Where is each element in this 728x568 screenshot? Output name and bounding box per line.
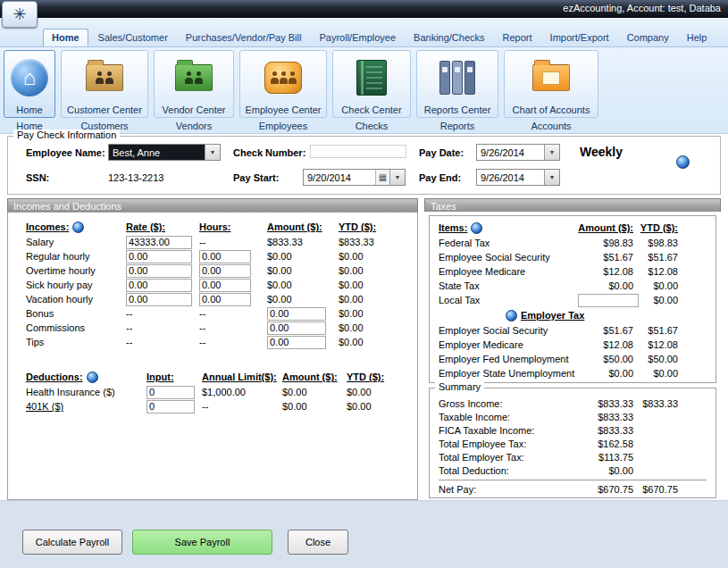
incomes-panel-body: Incomes: Rate ($): Hours: Amount ($): YT… [7,212,418,500]
summary-row-total-employee-tax: Total Employee Tax: $162.58 [430,437,715,450]
summary-amount-value: $833.33 [578,412,633,422]
tax-ytd-value: $0.00 [633,295,678,305]
check-number-input[interactable] [310,145,406,158]
chevron-down-icon[interactable]: ▼ [544,145,559,160]
tab-payroll-employee[interactable]: Payroll/Employee [311,29,404,46]
summary-title: Summary [435,381,484,392]
pay-date-select[interactable]: 9/26/2014 ▼ [476,144,560,161]
income-ytd-value: $0.00 [339,308,401,319]
toolbar-col-reports-center: Reports Center Reports [416,50,498,131]
pay-end-select[interactable]: 9/26/2014 ▼ [476,169,560,186]
deduction-amount-value: $0.00 [282,401,347,412]
summary-label: Total Deduction: [439,465,578,476]
tab-sales-customer[interactable]: Sales/Customer [90,29,176,46]
income-label: Bonus [26,308,126,319]
tax-label: Employee Medicare [439,266,578,277]
ssn-label: SSN: [26,172,49,183]
taxes-help-globe-icon[interactable] [471,222,482,234]
chevron-down-icon[interactable]: ▼ [389,170,405,185]
tab-import-export[interactable]: Import/Export [542,29,617,46]
regular-hourly-hours-input[interactable] [199,250,251,263]
tab-company[interactable]: Company [619,29,677,46]
tips-amount-input[interactable] [267,336,326,349]
tax-ytd-value: $50.00 [633,354,678,364]
401k-input[interactable] [146,400,195,413]
income-ytd-value: $0.00 [339,337,401,347]
local-tax-input[interactable] [578,294,639,307]
tab-home[interactable]: Home [43,29,88,46]
sick-hourly-hours-input[interactable] [199,279,251,292]
income-row-overtime-hourly: Overtime hourly $0.00 $0.00 [8,263,417,278]
paycheck-info-groupbox: Pay Check Information Employee Name: Bes… [7,136,721,195]
pay-start-datepicker[interactable]: 9/20/2014 ▦ ▼ [303,169,406,186]
income-ytd-value: $0.00 [339,280,401,290]
customer-center-button[interactable]: Customer Center [61,50,148,118]
app-menu-button[interactable]: ✳ [2,1,38,28]
tab-purchases-vendor-pay-bill[interactable]: Purchases/Vendor/Pay Bill [178,29,310,46]
summary-row-total-deduction: Total Deduction: $0.00 [430,464,715,477]
home-icon: ⌂ [11,59,48,96]
vacation-hourly-hours-input[interactable] [199,293,251,306]
tab-banking-checks[interactable]: Banking/Checks [406,29,493,46]
tax-amount-value: $51.67 [578,325,633,336]
deduction-label-401k-link[interactable]: 401K ($) [26,401,146,412]
close-button[interactable]: Close [288,530,348,555]
overtime-hourly-hours-input[interactable] [199,264,251,278]
overtime-hourly-rate-input[interactable] [126,264,192,278]
tax-label: Employer Social Security [439,325,578,336]
income-amount-value: $0.00 [267,294,339,305]
incomes-help-globe-icon[interactable] [72,221,84,233]
tab-report[interactable]: Report [495,29,540,46]
sick-hourly-rate-input[interactable] [126,279,192,292]
deductions-help-globe-icon[interactable] [87,372,98,383]
bonus-amount-input[interactable] [267,307,326,321]
tax-label: Local Tax [439,295,578,305]
input-column-header: Input: [146,372,202,382]
salary-rate-input[interactable] [126,236,192,249]
paycheck-info-title: Pay Check Information [13,129,120,140]
employee-name-select[interactable]: Best, Anne ▼ [108,144,221,161]
summary-row-net-pay: Net Pay: $670.75 $670.75 [430,482,715,496]
summary-amount-value: $833.33 [578,398,633,409]
vendor-center-button[interactable]: Vendor Center [154,50,234,118]
income-label: Regular hourly [26,251,126,262]
check-center-icon [356,60,387,96]
tab-help[interactable]: Help [679,29,715,46]
income-row-tips: Tips -- -- $0.00 [8,335,417,349]
pay-start-value: 9/20/2014 [304,170,375,185]
tax-row-employer-fed-unemployment: Employer Fed Unemployment $50.00 $50.00 [430,352,715,366]
tax-label: Employer State Unemployment [439,368,578,379]
reports-center-button[interactable]: Reports Center [416,50,498,118]
income-row-sick-hourly-pay: Sick hourly pay $0.00 $0.00 [8,278,417,292]
toolbar-button-label: Reports Center [424,104,491,115]
pay-end-value: 9/26/2014 [477,170,544,185]
home-button[interactable]: ⌂ Home [4,50,55,118]
deduction-limit-value: $1,000.00 [202,387,282,397]
calendar-icon[interactable]: ▦ [375,170,389,185]
incomes-deductions-panel: Incomes and Deductions Incomes: Rate ($)… [7,198,418,500]
paycheck-help-globe-icon[interactable] [676,155,690,169]
check-center-button[interactable]: Check Center [332,50,411,118]
chevron-down-icon[interactable]: ▼ [544,170,559,185]
save-payroll-button[interactable]: Save Payroll [132,530,272,555]
employer-tax-help-globe-icon[interactable] [506,310,517,322]
regular-hourly-rate-input[interactable] [126,250,192,263]
amount-column-header: Amount ($): [282,372,347,382]
commissions-amount-input[interactable] [267,322,326,335]
tax-row-local-tax: Local Tax $0.00 [430,293,715,307]
toolbar-group-label: Reports [440,121,475,131]
chevron-down-icon[interactable]: ▼ [205,145,220,160]
health-insurance-input[interactable] [146,386,195,399]
vacation-hourly-rate-input[interactable] [126,293,192,306]
summary-label: Total Employer Tax: [439,452,578,463]
rate-column-header: Rate ($): [126,221,199,232]
toolbar-col-vendor-center: Vendor Center Vendors [154,50,234,131]
annual-limit-column-header: Annual Limit($): [202,372,282,382]
tax-ytd-value: $98.83 [633,238,678,248]
income-label: Vacation hourly [26,294,126,305]
calculate-payroll-button[interactable]: Calculate Payroll [22,530,122,555]
chart-of-accounts-button[interactable]: Chart of Accounts [504,50,598,118]
employee-center-button[interactable]: Employee Center [239,50,327,118]
pay-frequency-label: Weekly [580,145,623,159]
window-title: ezAccounting, Account: test, Databa [563,3,721,13]
